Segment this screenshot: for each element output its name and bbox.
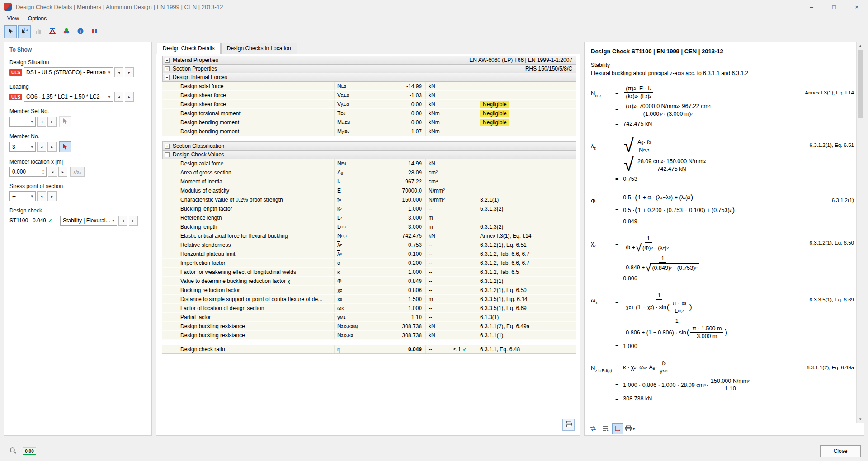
maximize-button[interactable]: □: [823, 0, 845, 14]
row-reference: [477, 177, 576, 186]
design-situation-prev-button[interactable]: ◄: [114, 67, 123, 77]
section-properties-button[interactable]: [88, 25, 101, 38]
expander-icon[interactable]: −: [165, 152, 170, 157]
minimize-button[interactable]: –: [800, 0, 823, 14]
design-check-ratio-row[interactable]: Design check ratioη0.049--≤ 1✓6.3.1.1, E…: [162, 345, 576, 354]
table-row[interactable]: Partial factorγM11.10--6.1.3(1): [162, 313, 576, 322]
table-row[interactable]: Value to determine buckling reduction fa…: [162, 277, 576, 286]
table-row[interactable]: Design shear forceVy,Ed0.00kNNegligible: [162, 100, 576, 109]
loading-next-button[interactable]: ►: [125, 92, 134, 102]
table-row[interactable]: Design bending momentMz,Ed0.00kNmNegligi…: [162, 118, 576, 127]
table-row[interactable]: Reference lengthLz3.000m: [162, 213, 576, 222]
table-row[interactable]: Buckling lengthLcr,z3.000m6.3.1.3(2): [162, 222, 576, 231]
pointer-select-button[interactable]: [4, 25, 17, 38]
stress-point-next-button[interactable]: ►: [47, 191, 57, 201]
scroll-up-icon[interactable]: ▲: [857, 42, 864, 49]
tab-design-checks-in-location[interactable]: Design Checks in Location: [221, 43, 297, 54]
negligible-highlight: Negligible: [480, 119, 509, 126]
table-row[interactable]: Design bending momentMy,Ed-1.07kNm: [162, 127, 576, 136]
spinner-icon[interactable]: ▴▾: [42, 169, 44, 174]
print-table-button[interactable]: [562, 419, 575, 431]
design-check-next-button[interactable]: ►: [129, 216, 138, 226]
row-reference: [477, 91, 576, 99]
menu-options[interactable]: Options: [24, 14, 51, 23]
row-description: Factor for weakening effect of longitudi…: [162, 268, 334, 276]
table-row[interactable]: Design axial forceNEd-14.99kN: [162, 82, 576, 91]
group-header-row[interactable]: +Section PropertiesRHS 150/150/5/8/C: [162, 64, 576, 73]
result-diagram-button[interactable]: [32, 25, 45, 38]
expander-icon[interactable]: −: [165, 75, 170, 80]
table-row[interactable]: Distance to simple support or point of c…: [162, 295, 576, 304]
report-scrollbar[interactable]: ▲ ▼: [856, 42, 864, 423]
expander-icon[interactable]: +: [165, 58, 170, 63]
table-row[interactable]: Moment of inertiaIz967.22cm⁴: [162, 177, 576, 186]
group-header-row[interactable]: −Design Internal Forces: [162, 73, 576, 82]
table-row[interactable]: Imperfection factorα0.200--6.3.1.2, Tab.…: [162, 259, 576, 268]
stress-point-prev-button[interactable]: ◄: [37, 191, 46, 201]
design-check-type-value: Stability | Flexural...: [63, 217, 110, 224]
member-no-prev-button[interactable]: ◄: [37, 142, 46, 152]
close-button[interactable]: Close: [820, 445, 861, 457]
member-no-next-button[interactable]: ►: [47, 142, 57, 152]
close-window-button[interactable]: ×: [845, 0, 868, 14]
table-row[interactable]: Relative slendernessλz0.753--6.3.1.2(1),…: [162, 240, 576, 249]
principal-axes-toggle[interactable]: [612, 423, 623, 434]
pointer-window-select-button[interactable]: [18, 25, 31, 38]
member-set-next-button[interactable]: ►: [47, 117, 57, 127]
member-set-prev-button[interactable]: ◄: [37, 117, 46, 127]
design-check-prev-button[interactable]: ◄: [118, 216, 127, 226]
table-row[interactable]: Design shear forceVz,Ed-1.03kN: [162, 91, 576, 100]
loading-select[interactable]: CO6 - 1.35 * LC1 + 1.50 * LC2 ▾: [24, 92, 113, 102]
member-location-prev-button[interactable]: ◄: [48, 167, 57, 177]
expander-icon[interactable]: +: [165, 66, 170, 71]
table-row[interactable]: Design buckling resistanceNz,b,Rd308.738…: [162, 331, 576, 340]
loading-prev-button[interactable]: ◄: [114, 92, 123, 102]
stress-point-select[interactable]: -- ▾: [9, 191, 36, 201]
chevron-down-icon[interactable]: ▾: [633, 427, 635, 431]
design-situation-next-button[interactable]: ►: [125, 67, 134, 77]
member-location-input[interactable]: 0.000 ▴▾: [9, 167, 47, 177]
design-situation-select[interactable]: DS1 - ULS (STR/GEO) - Permane... ▾: [24, 67, 113, 77]
equals-sign: =: [615, 176, 618, 182]
table-row[interactable]: Buckling reduction factorχz0.806--6.3.1.…: [162, 286, 576, 295]
navigate-list-button[interactable]: [600, 423, 611, 434]
expander-icon[interactable]: +: [165, 144, 170, 149]
display-colors-button[interactable]: [60, 25, 73, 38]
table-row[interactable]: Design axial forceNEd14.99kN: [162, 159, 576, 168]
group-header-row[interactable]: −Design Check Values: [162, 150, 576, 159]
group-header-row[interactable]: +Material PropertiesEN AW-6060 (EP) T66 …: [162, 56, 576, 65]
member-no-pick-button[interactable]: [59, 141, 71, 152]
table-row[interactable]: Factor for weakening effect of longitudi…: [162, 268, 576, 277]
member-location-next-button[interactable]: ►: [58, 167, 67, 177]
table-row[interactable]: Buckling length factorkz1.000--6.3.1.3(2…: [162, 204, 576, 213]
table-row[interactable]: Area of gross sectionAg28.09cm²: [162, 168, 576, 177]
scroll-down-icon[interactable]: ▼: [857, 415, 864, 423]
formula-line: =0.806: [615, 275, 801, 282]
formula-symbol: Φ: [591, 193, 615, 228]
scrollbar-thumb[interactable]: [858, 50, 863, 118]
relative-location-toggle[interactable]: x/x₀: [70, 167, 85, 177]
table-row[interactable]: Modulus of elasticityE70000.0N/mm²: [162, 186, 576, 195]
row-value: 0.849: [384, 277, 425, 285]
member-set-pick-button[interactable]: [59, 116, 71, 127]
member-no-select[interactable]: 3 ▾: [9, 142, 36, 152]
info-button[interactable]: i: [74, 25, 87, 38]
refresh-results-button[interactable]: [588, 423, 599, 434]
units-settings-button[interactable]: [46, 25, 59, 38]
formula-line: =1χz + (1 − χz) · sin (π · xsLcr,z): [615, 292, 801, 314]
table-row[interactable]: Elastic critical axial force for flexura…: [162, 231, 576, 240]
table-row[interactable]: Characteristic value of 0,2% proof stren…: [162, 195, 576, 204]
table-row[interactable]: Design buckling resistanceNz,b,Rd(a)308.…: [162, 322, 576, 331]
find-button[interactable]: [7, 446, 19, 456]
member-set-select[interactable]: -- ▾: [9, 117, 36, 127]
table-row[interactable]: Horizontal plateau limitλ00.100--6.3.1.2…: [162, 249, 576, 259]
menu-view[interactable]: View: [3, 14, 24, 23]
group-header-row[interactable]: +Section Classification: [162, 141, 576, 151]
table-row[interactable]: Design torsional momentTEd0.00kNmNegligi…: [162, 109, 576, 118]
decimal-places-button[interactable]: 0,00: [24, 446, 35, 456]
tab-design-check-details[interactable]: Design Check Details: [157, 43, 221, 54]
design-check-type-select[interactable]: Stability | Flexural... ▾: [60, 216, 117, 226]
print-report-button[interactable]: ▾: [624, 423, 635, 434]
table-row[interactable]: Factor of location of design sectionωx1.…: [162, 304, 576, 313]
row-comparison: [451, 204, 477, 213]
